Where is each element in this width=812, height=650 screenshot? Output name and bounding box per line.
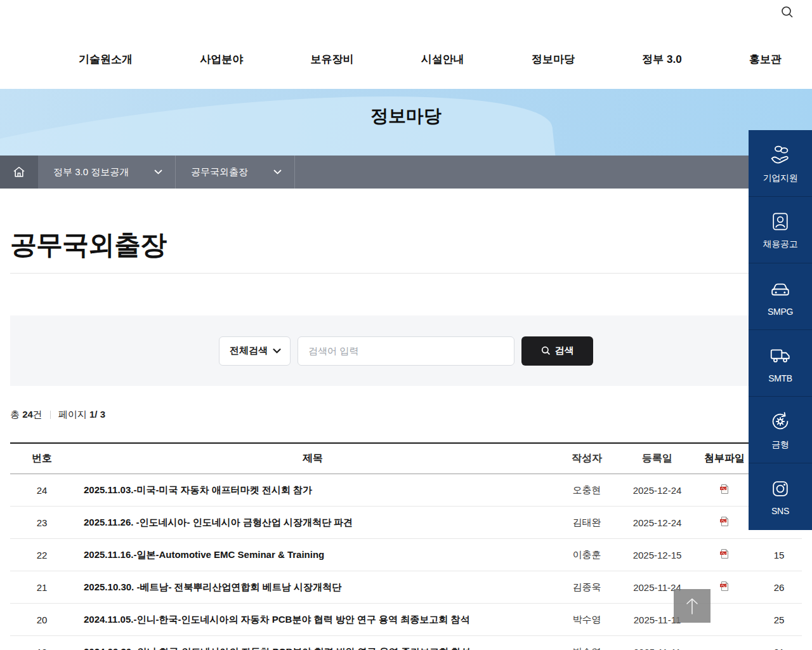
pdf-file-icon[interactable] <box>719 581 730 592</box>
sidebar-item-smtb[interactable]: SMTB <box>749 330 812 397</box>
table-row: 222025.11.16.-일본-Automotive EMC Seminar … <box>10 539 802 571</box>
chevron-down-icon <box>154 169 162 175</box>
nav-item-business[interactable]: 사업분야 <box>196 50 247 69</box>
row-views: 26 <box>756 582 802 593</box>
row-number: 24 <box>10 485 74 496</box>
table-row: 192024.09.30.-인니-한국-인도네시아의 자동차 PCB분야 협력 … <box>10 636 802 650</box>
nav-item-gov30[interactable]: 정부 3.0 <box>638 50 685 69</box>
total-count-text: 총 24건 <box>10 409 43 421</box>
row-title-link[interactable]: 2025.11.26. -인도네시아- 인도네시아 금형산업 시장개척단 파견 <box>74 517 552 529</box>
sidebar-item-smpg[interactable]: SMPG <box>749 263 812 330</box>
chevron-down-icon <box>273 348 281 354</box>
row-number: 23 <box>10 517 74 528</box>
col-header-attachment: 첨부파일 <box>693 452 756 465</box>
row-author: 이충훈 <box>552 549 622 561</box>
nav-item-pr[interactable]: 홍보관 <box>745 50 785 69</box>
breadcrumb-menu1-dropdown[interactable]: 정부 3.0 정보공개 <box>38 156 176 189</box>
col-header-title: 제목 <box>74 452 552 465</box>
page-indicator: 페이지 1/ 3 <box>58 409 105 421</box>
table-body: 242025.11.03.-미국-미국 자동차 애프터마켓 전시회 참가오충현2… <box>10 474 802 650</box>
nav-item-about[interactable]: 기술원소개 <box>75 50 136 69</box>
page-indicator-value: 1/ 3 <box>89 409 105 420</box>
table-row: 242025.11.03.-미국-미국 자동차 애프터마켓 전시회 참가오충현2… <box>10 474 802 507</box>
info-divider <box>50 411 51 419</box>
row-title-link[interactable]: 2025.10.30. -베트남- 전북뿌리산업연합회 베트남 시장개척단 <box>74 581 552 594</box>
site-header: 기술원소개 사업분야 보유장비 시설안내 정보마당 정부 3.0 홍보관 <box>0 0 812 89</box>
row-author: 박수영 <box>552 614 622 626</box>
page-banner: 정보마당 <box>0 89 812 156</box>
row-attachment[interactable] <box>693 548 756 561</box>
row-author: 김태완 <box>552 517 622 529</box>
col-header-number: 번호 <box>10 452 74 465</box>
row-title-link[interactable]: 2024.11.05.-인니-한국-인도네시아의 자동차 PCB분야 협력 방안… <box>74 614 552 626</box>
quick-sidebar: 기업지원 채용공고 SMPG SMTB <box>749 130 812 530</box>
main-nav: 기술원소개 사업분야 보유장비 시설안내 정보마당 정부 3.0 홍보관 <box>75 50 785 69</box>
table-header-row: 번호 제목 작성자 등록일 첨부파일 <box>10 444 802 474</box>
home-icon[interactable] <box>0 156 38 189</box>
breadcrumb-menu2-label: 공무국외출장 <box>191 166 248 178</box>
list-info: 총 24건 페이지 1/ 3 <box>10 409 105 421</box>
row-number: 21 <box>10 582 74 593</box>
scroll-to-top-button[interactable] <box>674 589 710 623</box>
sidebar-item-mold[interactable]: 금형 <box>749 397 812 463</box>
chevron-down-icon <box>273 169 282 175</box>
banner-title: 정보마당 <box>0 104 812 128</box>
row-number: 19 <box>10 647 74 650</box>
row-number: 22 <box>10 550 74 560</box>
car-icon <box>768 277 792 301</box>
sidebar-item-label: SMTB <box>768 373 792 383</box>
pdf-file-icon[interactable] <box>719 484 730 494</box>
row-title-link[interactable]: 2024.09.30.-인니-한국-인도네시아의 자동차 PCB분야 협력 방안… <box>74 646 552 650</box>
row-attachment[interactable] <box>693 516 756 529</box>
sidebar-item-business-support[interactable]: 기업지원 <box>749 130 812 197</box>
row-attachment[interactable] <box>693 484 756 496</box>
row-title-link[interactable]: 2025.11.16.-일본-Automotive EMC Seminar & … <box>74 549 552 561</box>
col-header-author: 작성자 <box>552 452 622 465</box>
pdf-file-icon[interactable] <box>719 548 730 559</box>
page-title: 공무국외출장 <box>10 227 166 263</box>
table-row: 232025.11.26. -인도네시아- 인도네시아 금형산업 시장개척단 파… <box>10 507 802 539</box>
truck-icon <box>768 343 792 368</box>
row-date: 2025-11-11 <box>622 647 693 650</box>
board-search-panel: 전체검색 검색 <box>10 315 802 386</box>
search-button-label: 검색 <box>555 345 574 357</box>
row-date: 2025-12-24 <box>622 485 693 496</box>
nav-item-facility[interactable]: 시설안내 <box>417 50 468 69</box>
row-author: 박수영 <box>552 646 622 650</box>
sidebar-item-label: 기업지원 <box>763 173 798 184</box>
search-icon <box>541 346 551 355</box>
title-divider <box>10 273 802 274</box>
search-category-value: 전체검색 <box>230 345 268 357</box>
breadcrumb-menu1-label: 정부 3.0 정보공개 <box>53 166 129 178</box>
breadcrumb-menu2-dropdown[interactable]: 공무국외출장 <box>176 156 295 189</box>
row-date: 2025-12-24 <box>622 517 693 528</box>
support-hand-coins-icon <box>768 143 792 167</box>
nav-item-equipment[interactable]: 보유장비 <box>307 50 358 69</box>
arrow-up-icon <box>684 597 700 616</box>
row-views: 15 <box>756 550 802 560</box>
recruit-id-card-icon <box>769 210 792 233</box>
sidebar-item-label: 금형 <box>771 439 789 451</box>
breadcrumb: 정부 3.0 정보공개 공무국외출장 <box>0 156 812 189</box>
search-button[interactable]: 검색 <box>521 336 593 366</box>
sidebar-item-recruitment[interactable]: 채용공고 <box>749 197 812 263</box>
sidebar-item-label: SMPG <box>768 307 793 317</box>
sidebar-item-label: SNS <box>771 506 789 516</box>
pdf-file-icon[interactable] <box>719 516 730 527</box>
col-header-date: 등록일 <box>622 452 693 465</box>
row-number: 20 <box>10 614 74 625</box>
sidebar-item-sns[interactable]: SNS <box>749 463 812 530</box>
row-views: 25 <box>756 614 802 625</box>
row-title-link[interactable]: 2025.11.03.-미국-미국 자동차 애프터마켓 전시회 참가 <box>74 484 552 496</box>
instagram-icon <box>769 477 792 500</box>
nav-item-info[interactable]: 정보마당 <box>528 50 579 69</box>
row-views: 21 <box>756 647 802 650</box>
gear-cycle-icon <box>768 409 792 434</box>
row-author: 김종욱 <box>552 581 622 594</box>
search-category-select[interactable]: 전체검색 <box>219 336 291 366</box>
search-icon[interactable] <box>780 5 794 19</box>
row-date: 2025-12-15 <box>622 550 693 560</box>
search-input[interactable] <box>298 336 514 366</box>
total-count-value: 24 <box>22 409 33 420</box>
row-author: 오충현 <box>552 484 622 496</box>
